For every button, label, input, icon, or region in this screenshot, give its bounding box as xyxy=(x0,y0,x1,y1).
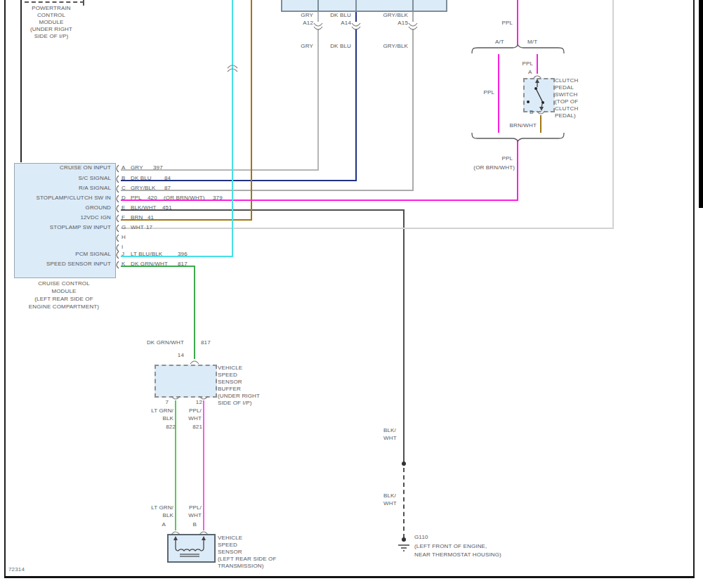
wire-color-label: PPL xyxy=(473,89,494,96)
wire-gry xyxy=(121,169,319,171)
connector-arc-icon xyxy=(114,251,119,259)
circuit-number: 41 xyxy=(147,214,154,221)
wire-color-label: PPL/ xyxy=(166,504,202,511)
wire-color-label: DK GRN/WHT xyxy=(131,261,168,268)
wire-color-label: PPL/ xyxy=(166,407,202,414)
pcm-dashed-corner xyxy=(83,0,84,6)
module-pin: E xyxy=(121,204,126,211)
wire-gryblk-vertical xyxy=(412,29,414,191)
module-pin: J xyxy=(121,251,124,258)
ground-location: NEAR THERMOSTAT HOUSING) xyxy=(414,551,501,558)
connector-arc-icon xyxy=(114,185,119,193)
connector-arc-icon xyxy=(114,176,119,183)
connector-arc-icon xyxy=(171,396,180,402)
wire-dkgrnwht-vertical xyxy=(194,266,195,359)
wire-color-label: DK BLU xyxy=(131,175,152,182)
wire-alt-color-label: (OR BRN/WHT) xyxy=(164,195,205,202)
connector-arc-icon xyxy=(114,215,119,223)
pcm-connector-box xyxy=(281,0,447,12)
pin-label: A xyxy=(528,69,532,76)
circuit-number: 817 xyxy=(178,261,188,268)
wire-blkwht-vertical xyxy=(403,209,405,464)
connector-arc-icon xyxy=(114,205,119,213)
module-function: STOPLAMP SW INPUT xyxy=(0,224,111,231)
module-function: GROUND xyxy=(0,204,111,211)
connector-arc-icon xyxy=(114,165,119,173)
ground-location: (LEFT FRONT OF ENGINE, xyxy=(414,543,487,550)
module-pin: G xyxy=(121,224,126,231)
pcm-dashed-outline xyxy=(25,1,84,3)
wire-ppl-mt-branch xyxy=(537,54,538,74)
wire-ltblublk-vertical xyxy=(232,0,233,257)
wire-ppl-top xyxy=(517,0,518,46)
circuit-number: 84 xyxy=(164,175,171,182)
wire-color-label: LT BLU/BLK xyxy=(131,251,162,258)
module-pin: F xyxy=(121,214,125,221)
wire-blkwht-dashed xyxy=(403,468,405,538)
pcm-pin-color: GRY xyxy=(278,12,313,19)
wire-wht-vertical xyxy=(612,0,614,229)
wire-color-label: WHT xyxy=(166,512,202,519)
module-pin: A xyxy=(121,164,126,171)
pin-label: B xyxy=(530,109,534,116)
module-pin: H xyxy=(121,234,126,241)
pcm-connector-divider xyxy=(317,0,319,11)
wire-color-label: WHT xyxy=(383,435,397,442)
wire-alt-color-label: (OR BRN/WHT) xyxy=(459,164,515,171)
wire-color-label: BRN xyxy=(131,214,143,221)
wire-ppl-merge-vertical xyxy=(517,140,518,201)
split-brace-icon xyxy=(471,132,565,141)
pcm-connector-divider xyxy=(412,0,414,11)
wire-brnwht-switch xyxy=(540,115,541,133)
junction-dot xyxy=(402,537,406,542)
module-pin: K xyxy=(121,261,126,268)
module-function: R/A SIGNAL xyxy=(0,185,111,192)
wire-color-label: PPL xyxy=(131,195,142,202)
wire-gryblk-stub xyxy=(412,11,414,22)
module-caption: CRUISE CONTROL MODULE (LEFT REAR SIDE OF… xyxy=(6,280,122,311)
module-pin: I xyxy=(121,244,123,251)
connector-arc-icon xyxy=(114,195,119,203)
transmission-option-label: A/T xyxy=(495,39,504,46)
connector-arc-icon xyxy=(408,22,418,30)
transmission-option-label: M/T xyxy=(527,39,537,46)
pin-label: B xyxy=(188,521,197,528)
module-function: CRUISE ON INPUT xyxy=(0,164,111,171)
wire-color-label: PPL xyxy=(485,155,513,162)
wire-color-label: BLK/WHT xyxy=(131,204,157,211)
wire-color-label: WHT xyxy=(383,500,397,507)
connector-arc-icon xyxy=(351,22,361,30)
inductor-icon xyxy=(167,534,213,560)
clutch-switch-label: CLUTCH PEDAL SWITCH (TOP OF CLUTCH PEDAL… xyxy=(555,77,578,119)
frame-right-border xyxy=(693,0,695,577)
wire-color-label: DK GRN/WHT xyxy=(128,339,184,346)
vss-label: VEHICLE SPEED SENSOR (LEFT REAR SIDE OF … xyxy=(218,535,276,570)
module-pin: C xyxy=(121,185,126,192)
sheet-number: 72314 xyxy=(8,566,25,573)
module-pin: D xyxy=(121,195,126,202)
pcm-pin-color: DK BLU xyxy=(309,12,351,19)
circuit-number: 817 xyxy=(201,339,211,346)
circuit-number: 451 xyxy=(162,204,172,211)
wire-brn-vertical xyxy=(251,0,252,221)
connector-arc-icon xyxy=(114,235,119,242)
module-function: 12VDC IGN xyxy=(0,214,111,221)
circuit-number: 821 xyxy=(174,424,202,431)
pcm-pin-color: GRY/BLK xyxy=(366,12,408,19)
pcm-label: POWERTRAIN CONTROL MODULE (UNDER RIGHT S… xyxy=(20,5,83,40)
wire-dkblu-vertical xyxy=(355,29,357,181)
wire-wht xyxy=(121,228,614,229)
circuit-number: 379 xyxy=(213,195,223,202)
wire-color-label: WHT xyxy=(131,224,144,231)
module-function: SPEED SENSOR INPUT xyxy=(0,261,111,268)
wire-color-label: BLK/ xyxy=(383,427,396,434)
circuit-number: 397 xyxy=(153,164,163,171)
pin-label: 7 xyxy=(159,399,169,406)
circuit-number: 822 xyxy=(147,424,176,431)
wire-color-label: PPL xyxy=(512,60,533,67)
split-brace-icon xyxy=(471,45,565,54)
ground-icon xyxy=(396,543,412,553)
wire-color-label: GRY xyxy=(278,43,313,50)
pcm-pin-id: A15 xyxy=(366,20,408,27)
screen-edge-strip xyxy=(699,0,703,208)
